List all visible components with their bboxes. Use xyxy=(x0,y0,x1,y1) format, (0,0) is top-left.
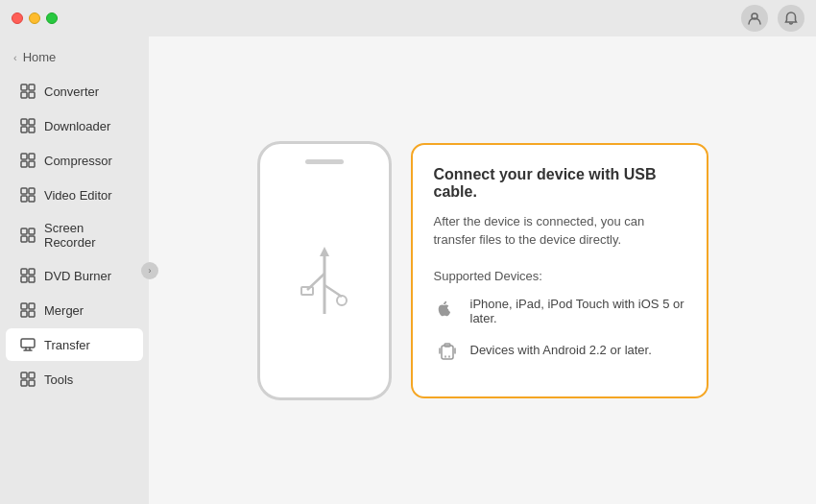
svg-rect-29 xyxy=(21,339,35,348)
minimize-button[interactable] xyxy=(29,12,40,24)
phone-mockup xyxy=(257,141,392,400)
downloader-label: Downloader xyxy=(44,119,110,133)
user-icon[interactable] xyxy=(741,5,768,32)
svg-rect-20 xyxy=(29,236,35,242)
converter-icon xyxy=(19,83,36,100)
svg-line-37 xyxy=(324,285,342,297)
svg-rect-1 xyxy=(21,84,27,90)
svg-point-38 xyxy=(337,296,347,305)
traffic-lights xyxy=(12,12,58,24)
ios-device-item: iPhone, iPad, iPod Touch with iOS 5 or l… xyxy=(434,297,685,325)
compressor-icon xyxy=(19,152,36,169)
svg-rect-13 xyxy=(21,188,27,194)
usb-symbol-icon xyxy=(296,237,353,324)
android-device-text: Devices with Android 2.2 or later. xyxy=(470,343,652,357)
transfer-label: Transfer xyxy=(44,338,90,352)
svg-rect-5 xyxy=(21,119,27,125)
sidebar: ‹ Home Converter xyxy=(0,36,149,504)
notification-icon[interactable] xyxy=(778,5,804,32)
card-description: After the device is connected, you can t… xyxy=(434,212,685,250)
sidebar-item-downloader[interactable]: Downloader xyxy=(6,109,143,142)
back-chevron: ‹ xyxy=(13,52,17,63)
merger-label: Merger xyxy=(44,303,84,318)
video-editor-label: Video Editor xyxy=(44,188,112,203)
downloader-icon xyxy=(19,117,36,134)
sidebar-item-dvd-burner[interactable]: DVD Burner xyxy=(6,259,143,292)
svg-rect-2 xyxy=(29,84,35,90)
title-bar-right xyxy=(741,5,804,32)
phone-screen xyxy=(296,164,353,397)
svg-rect-14 xyxy=(29,188,35,194)
video-editor-icon xyxy=(19,186,36,204)
merger-icon xyxy=(19,301,36,319)
svg-rect-18 xyxy=(29,228,35,234)
dvd-burner-label: DVD Burner xyxy=(44,269,111,283)
maximize-button[interactable] xyxy=(46,12,58,24)
svg-rect-17 xyxy=(21,228,27,234)
svg-rect-10 xyxy=(29,154,35,159)
sidebar-item-merger[interactable]: Merger xyxy=(6,294,143,326)
sidebar-item-compressor[interactable]: Compressor xyxy=(6,144,143,177)
svg-rect-7 xyxy=(21,127,27,132)
svg-rect-21 xyxy=(21,269,27,275)
svg-rect-15 xyxy=(21,196,27,202)
svg-rect-23 xyxy=(21,276,27,282)
android-icon xyxy=(434,337,461,364)
transfer-container: Connect your device with USB cable. Afte… xyxy=(257,141,708,400)
android-device-item: Devices with Android 2.2 or later. xyxy=(434,337,685,364)
svg-rect-25 xyxy=(21,303,27,309)
supported-label: Supported Devices: xyxy=(434,269,685,283)
svg-rect-19 xyxy=(21,236,27,242)
sidebar-item-screen-recorder[interactable]: Screen Recorder xyxy=(6,213,143,257)
svg-rect-40 xyxy=(442,346,453,359)
card-title: Connect your device with USB cable. xyxy=(434,166,685,201)
svg-rect-12 xyxy=(29,161,35,167)
apple-icon xyxy=(434,298,461,324)
svg-rect-8 xyxy=(29,127,35,132)
screen-recorder-label: Screen Recorder xyxy=(44,221,130,250)
title-bar xyxy=(0,0,816,36)
svg-rect-30 xyxy=(21,372,27,378)
svg-rect-22 xyxy=(29,269,35,275)
tools-icon xyxy=(19,371,36,388)
sidebar-collapse-button[interactable]: › xyxy=(141,262,158,279)
info-card: Connect your device with USB cable. Afte… xyxy=(411,143,708,398)
main-layout: ‹ Home Converter xyxy=(0,36,816,504)
svg-rect-24 xyxy=(29,276,35,282)
svg-rect-6 xyxy=(29,119,35,125)
converter-label: Converter xyxy=(44,84,99,99)
svg-rect-11 xyxy=(21,161,27,167)
ios-device-text: iPhone, iPad, iPod Touch with iOS 5 or l… xyxy=(470,297,685,325)
close-button[interactable] xyxy=(12,12,23,24)
sidebar-item-converter[interactable]: Converter xyxy=(6,75,143,108)
svg-rect-31 xyxy=(29,372,35,378)
svg-rect-27 xyxy=(21,311,27,317)
sidebar-item-video-editor[interactable]: Video Editor xyxy=(6,179,143,211)
svg-rect-9 xyxy=(21,154,27,159)
svg-rect-3 xyxy=(21,92,27,98)
content-area: Connect your device with USB cable. Afte… xyxy=(149,36,816,504)
tools-label: Tools xyxy=(44,372,73,387)
sidebar-home[interactable]: ‹ Home xyxy=(0,44,149,70)
svg-rect-32 xyxy=(21,380,27,386)
sidebar-item-transfer[interactable]: Transfer xyxy=(6,328,143,361)
transfer-icon xyxy=(19,336,36,353)
compressor-label: Compressor xyxy=(44,154,112,168)
screen-recorder-icon xyxy=(19,227,36,244)
dvd-burner-icon xyxy=(19,267,36,284)
svg-rect-26 xyxy=(29,303,35,309)
svg-rect-16 xyxy=(29,196,35,202)
home-label: Home xyxy=(23,50,57,64)
svg-rect-33 xyxy=(29,380,35,386)
sidebar-item-tools[interactable]: Tools xyxy=(6,363,143,396)
svg-rect-28 xyxy=(29,311,35,317)
svg-rect-36 xyxy=(301,287,313,295)
svg-rect-4 xyxy=(29,92,35,98)
